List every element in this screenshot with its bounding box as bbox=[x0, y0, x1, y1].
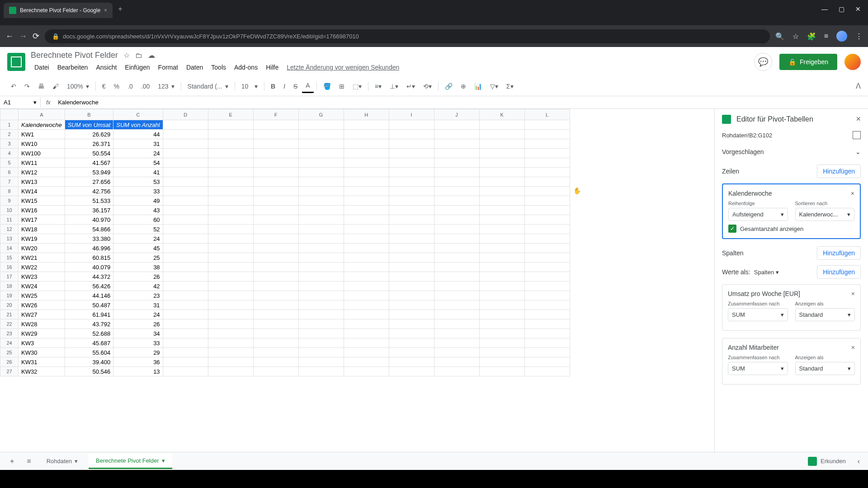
cell[interactable]: 23 bbox=[113, 291, 163, 300]
cell[interactable] bbox=[344, 196, 389, 206]
cell[interactable] bbox=[298, 168, 344, 177]
cell[interactable] bbox=[434, 149, 479, 158]
sortby-select[interactable]: Kalenderwoc...▾ bbox=[795, 208, 855, 221]
cell[interactable]: 41.567 bbox=[65, 158, 113, 168]
cloud-status-icon[interactable]: ☁ bbox=[148, 51, 155, 60]
cell[interactable] bbox=[253, 291, 298, 300]
cell[interactable]: KW23 bbox=[19, 272, 65, 282]
showas-select[interactable]: Standard▾ bbox=[795, 308, 855, 321]
cell[interactable] bbox=[163, 253, 208, 263]
row-header[interactable]: 7 bbox=[0, 177, 19, 187]
address-bar[interactable]: 🔒 docs.google.com/spreadsheets/d/1nVxVrV… bbox=[45, 29, 770, 43]
cell[interactable] bbox=[389, 272, 434, 282]
cell[interactable] bbox=[479, 215, 524, 225]
cell[interactable] bbox=[253, 329, 298, 338]
cell[interactable]: 50.554 bbox=[65, 149, 113, 158]
cell[interactable]: KW22 bbox=[19, 263, 65, 272]
cell[interactable] bbox=[163, 187, 208, 196]
close-tab-icon[interactable]: × bbox=[104, 7, 107, 14]
column-header[interactable]: D bbox=[163, 109, 208, 120]
cell[interactable] bbox=[434, 139, 479, 149]
cell[interactable] bbox=[253, 244, 298, 253]
row-header[interactable]: 26 bbox=[0, 357, 19, 367]
cell[interactable]: 53.949 bbox=[65, 168, 113, 177]
cell[interactable] bbox=[524, 329, 570, 338]
cell[interactable] bbox=[389, 329, 434, 338]
extensions-icon[interactable]: 🧩 bbox=[807, 32, 816, 41]
cell[interactable] bbox=[389, 253, 434, 263]
valign-button[interactable]: ⊥▾ bbox=[386, 80, 402, 93]
cell[interactable] bbox=[163, 225, 208, 234]
row-header[interactable]: 15 bbox=[0, 253, 19, 263]
cell[interactable] bbox=[298, 291, 344, 300]
cell[interactable] bbox=[344, 158, 389, 168]
add-sheet-button[interactable]: + bbox=[5, 455, 19, 468]
row-header[interactable]: 18 bbox=[0, 282, 19, 291]
cell[interactable] bbox=[163, 348, 208, 357]
cell[interactable]: 44.146 bbox=[65, 291, 113, 300]
comments-button[interactable]: 💬 bbox=[754, 53, 772, 71]
font-select[interactable]: Standard (... ▾ bbox=[184, 81, 232, 92]
cell[interactable] bbox=[344, 348, 389, 357]
currency-button[interactable]: € bbox=[99, 80, 109, 93]
cell[interactable]: 26 bbox=[113, 272, 163, 282]
cell[interactable] bbox=[434, 319, 479, 329]
cell[interactable]: 44 bbox=[113, 130, 163, 139]
cell[interactable] bbox=[524, 215, 570, 225]
star-document-icon[interactable]: ☆ bbox=[123, 51, 130, 60]
cell[interactable] bbox=[298, 149, 344, 158]
cell[interactable]: 26.629 bbox=[65, 130, 113, 139]
cell[interactable] bbox=[253, 120, 298, 130]
cell[interactable]: 42.756 bbox=[65, 187, 113, 196]
cell[interactable] bbox=[208, 130, 253, 139]
merge-button[interactable]: ⬚▾ bbox=[349, 80, 365, 93]
cell[interactable]: KW16 bbox=[19, 206, 65, 215]
cell[interactable] bbox=[208, 168, 253, 177]
cell[interactable] bbox=[524, 234, 570, 244]
cell[interactable] bbox=[208, 272, 253, 282]
functions-button[interactable]: Σ▾ bbox=[503, 80, 517, 93]
cell[interactable] bbox=[253, 310, 298, 319]
cell[interactable] bbox=[253, 300, 298, 310]
cell[interactable] bbox=[389, 130, 434, 139]
cell[interactable] bbox=[434, 367, 479, 376]
values-as-select[interactable]: Spalten ▾ bbox=[754, 269, 779, 276]
cell[interactable] bbox=[479, 357, 524, 367]
row-header[interactable]: 6 bbox=[0, 168, 19, 177]
cell[interactable] bbox=[208, 310, 253, 319]
row-header[interactable]: 21 bbox=[0, 310, 19, 319]
showas-select[interactable]: Standard▾ bbox=[795, 362, 855, 375]
cell[interactable]: 43.792 bbox=[65, 319, 113, 329]
cell[interactable] bbox=[163, 234, 208, 244]
reload-icon[interactable]: ⟳ bbox=[33, 31, 39, 41]
cell[interactable] bbox=[208, 357, 253, 367]
cell[interactable] bbox=[434, 225, 479, 234]
strike-button[interactable]: S bbox=[290, 80, 301, 93]
cell[interactable] bbox=[208, 319, 253, 329]
rotate-button[interactable]: ⟲▾ bbox=[420, 80, 435, 93]
filter-button[interactable]: ▽▾ bbox=[486, 80, 502, 93]
summarize-select[interactable]: SUM▾ bbox=[728, 308, 788, 321]
menu-tools[interactable]: Tools bbox=[208, 62, 230, 73]
cell[interactable]: 45 bbox=[113, 244, 163, 253]
cell[interactable] bbox=[479, 120, 524, 130]
cell[interactable] bbox=[524, 168, 570, 177]
row-header[interactable]: 12 bbox=[0, 225, 19, 234]
cell[interactable] bbox=[524, 253, 570, 263]
cell[interactable] bbox=[344, 168, 389, 177]
cell[interactable] bbox=[208, 282, 253, 291]
cell[interactable] bbox=[434, 215, 479, 225]
cell[interactable] bbox=[479, 187, 524, 196]
cell[interactable] bbox=[524, 282, 570, 291]
cell[interactable]: Kalenderwoche bbox=[19, 120, 65, 130]
cell[interactable]: 39.400 bbox=[65, 357, 113, 367]
cell[interactable] bbox=[524, 139, 570, 149]
menu-ansicht[interactable]: Ansicht bbox=[92, 62, 120, 73]
cell[interactable] bbox=[479, 338, 524, 348]
cell[interactable] bbox=[344, 234, 389, 244]
cell[interactable] bbox=[298, 130, 344, 139]
cell[interactable]: 31 bbox=[113, 300, 163, 310]
cell[interactable] bbox=[479, 130, 524, 139]
close-window-icon[interactable]: ✕ bbox=[855, 5, 861, 13]
cell[interactable] bbox=[389, 187, 434, 196]
